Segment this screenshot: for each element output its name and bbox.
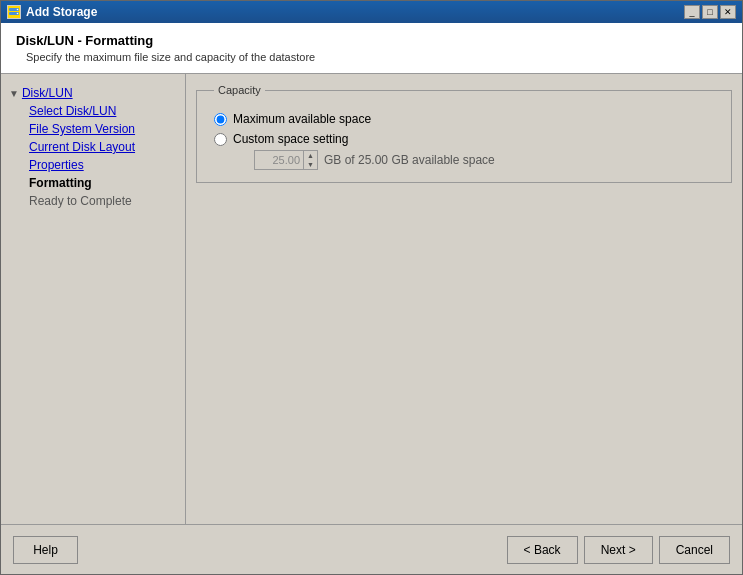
content-area: ▼ Disk/LUN Select Disk/LUN File System V… [1,74,742,524]
sidebar-group-disk-lun: ▼ Disk/LUN Select Disk/LUN File System V… [6,84,180,210]
custom-value-input[interactable]: 25.00 [254,150,304,170]
page-subtitle: Specify the maximum file size and capaci… [16,51,727,63]
spinbox-row: 25.00 ▲ ▼ GB of 25.00 GB available space [209,150,719,170]
main-panel: Capacity Maximum available space Custom … [186,74,742,524]
sidebar-item-current-disk[interactable]: Current Disk Layout [26,138,180,156]
custom-space-label[interactable]: Custom space setting [233,132,348,146]
max-space-label[interactable]: Maximum available space [233,112,371,126]
title-bar: Add Storage _ □ ✕ [1,1,742,23]
header-section: Disk/LUN - Formatting Specify the maximu… [1,23,742,74]
back-button[interactable]: < Back [507,536,578,564]
window-title: Add Storage [26,5,97,19]
minimize-button[interactable]: _ [684,5,700,19]
title-bar-controls: _ □ ✕ [684,5,736,19]
footer: Help < Back Next > Cancel [1,524,742,574]
spinbox-arrows: ▲ ▼ [304,150,318,170]
sidebar: ▼ Disk/LUN Select Disk/LUN File System V… [1,74,186,524]
spinbox-down-button[interactable]: ▼ [304,160,317,169]
svg-point-2 [17,9,19,11]
footer-right: < Back Next > Cancel [507,536,730,564]
next-button[interactable]: Next > [584,536,653,564]
page-title: Disk/LUN - Formatting [16,33,727,48]
sidebar-item-file-system[interactable]: File System Version [26,120,180,138]
storage-icon [7,5,21,19]
maximize-button[interactable]: □ [702,5,718,19]
spinbox-label: GB of 25.00 GB available space [324,153,495,167]
max-space-row: Maximum available space [209,112,719,126]
svg-point-3 [17,13,19,15]
sidebar-item-select-disk[interactable]: Select Disk/LUN [26,102,180,120]
spinbox-up-button[interactable]: ▲ [304,151,317,160]
sidebar-item-formatting: Formatting [26,174,180,192]
sidebar-expand-icon: ▼ [9,88,19,99]
help-button[interactable]: Help [13,536,78,564]
sidebar-children: Select Disk/LUN File System Version Curr… [6,102,180,210]
spinbox-container: 25.00 ▲ ▼ [254,150,318,170]
sidebar-item-properties[interactable]: Properties [26,156,180,174]
sidebar-parent-disk-lun[interactable]: ▼ Disk/LUN [6,84,180,102]
close-button[interactable]: ✕ [720,5,736,19]
sidebar-parent-label[interactable]: Disk/LUN [22,86,73,100]
custom-space-row: Custom space setting [209,132,719,146]
capacity-legend: Capacity [214,84,265,96]
footer-left: Help [13,536,78,564]
add-storage-window: Add Storage _ □ ✕ Disk/LUN - Formatting … [0,0,743,575]
title-bar-left: Add Storage [7,5,97,19]
cancel-button[interactable]: Cancel [659,536,730,564]
capacity-fieldset: Capacity Maximum available space Custom … [196,84,732,183]
custom-space-radio[interactable] [214,133,227,146]
sidebar-item-ready: Ready to Complete [26,192,180,210]
max-space-radio[interactable] [214,113,227,126]
